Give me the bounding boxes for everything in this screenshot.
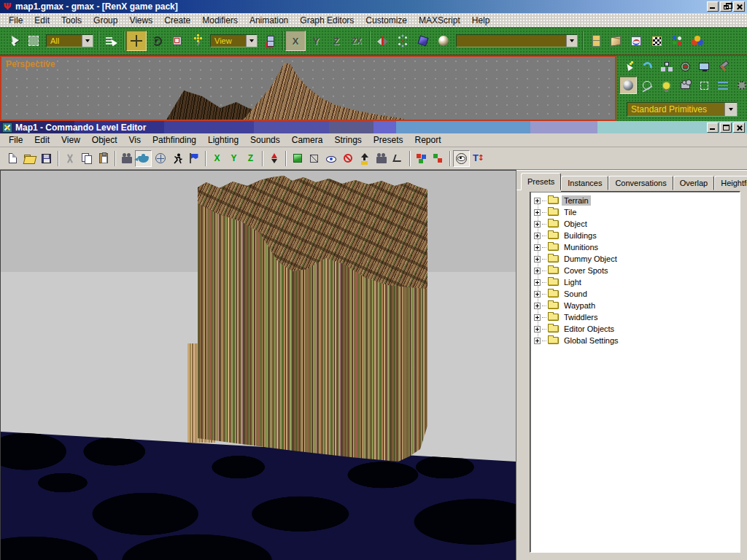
text-labels-button[interactable] xyxy=(470,150,487,167)
selection-filter-dropdown[interactable]: All xyxy=(46,34,93,47)
walk-mode-button[interactable] xyxy=(169,150,185,167)
tree-item-label[interactable]: Munitions xyxy=(562,242,600,252)
angle-snap-button[interactable] xyxy=(390,150,406,167)
gmax-menu-modifiers[interactable]: Modifiers xyxy=(196,14,244,27)
gmax-menu-graph-editors[interactable]: Graph Editors xyxy=(294,14,360,27)
tree-item-dummy-object[interactable]: Dummy Object xyxy=(533,253,738,265)
tree-item-label[interactable]: Buildings xyxy=(562,230,599,241)
editor-menu-vis[interactable]: Vis xyxy=(123,133,147,147)
tree-item-label[interactable]: Terrain xyxy=(562,195,591,206)
tree-item-object[interactable]: Object xyxy=(533,218,738,230)
tree-item-label[interactable]: Tile xyxy=(562,207,578,217)
preset-tree[interactable]: Terrain Tile Object xyxy=(530,191,740,553)
expand-plus-icon[interactable] xyxy=(534,303,541,309)
tree-item-label[interactable]: Waypath xyxy=(562,300,597,311)
tree-item-label[interactable]: Cover Spots xyxy=(562,265,611,276)
utilities-tab[interactable] xyxy=(714,58,732,75)
ungroup-objects-button[interactable] xyxy=(430,150,446,167)
dropdown-button[interactable] xyxy=(82,35,93,47)
use-pivot-center-button[interactable] xyxy=(260,31,280,51)
editor-minimize-button[interactable] xyxy=(707,122,719,133)
disable-button[interactable] xyxy=(339,150,356,167)
material-id-button[interactable] xyxy=(667,31,687,51)
gmax-menu-animation[interactable]: Animation xyxy=(244,14,294,27)
solid-view-button[interactable] xyxy=(289,150,306,167)
tree-item-waypath[interactable]: Waypath xyxy=(533,300,738,311)
editor-3d-viewport[interactable] xyxy=(0,170,516,560)
editor-menu-camera[interactable]: Camera xyxy=(286,133,329,147)
restrict-z-button[interactable]: Z xyxy=(326,31,347,51)
color-wheel-button[interactable] xyxy=(687,31,708,51)
mirror-button[interactable] xyxy=(372,31,392,51)
dropdown-button[interactable] xyxy=(724,103,737,116)
tree-item-label[interactable]: Light xyxy=(562,277,584,287)
dropdown-button[interactable] xyxy=(566,35,577,47)
tree-item-label[interactable]: Editor Objects xyxy=(562,324,616,334)
flag-button[interactable] xyxy=(185,150,202,167)
tree-item-twiddlers[interactable]: Twiddlers xyxy=(533,311,738,323)
raise-terrain-button[interactable] xyxy=(356,150,373,167)
tree-item-munitions[interactable]: Munitions xyxy=(533,241,738,253)
editor-menu-report[interactable]: Report xyxy=(409,133,447,147)
select-by-name-button[interactable] xyxy=(101,31,121,51)
editor-close-button[interactable] xyxy=(733,122,745,133)
expand-plus-icon[interactable] xyxy=(534,233,541,239)
drop-to-ground-button[interactable] xyxy=(266,150,282,167)
systems-button[interactable] xyxy=(733,77,747,94)
tree-item-global-settings[interactable]: Global Settings xyxy=(533,335,738,346)
editor-menu-lighting[interactable]: Lighting xyxy=(202,133,244,147)
editor-menu-edit[interactable]: Edit xyxy=(28,133,55,147)
lights-button[interactable] xyxy=(657,77,675,94)
gmax-minimize-button[interactable] xyxy=(707,1,719,12)
dropdown-button[interactable] xyxy=(246,35,257,47)
gmax-perspective-viewport[interactable]: Perspective xyxy=(0,55,616,121)
named-selection-sets-button[interactable] xyxy=(585,31,605,51)
axis-y-button[interactable]: Y xyxy=(225,150,242,167)
cameras-button[interactable] xyxy=(676,77,694,94)
tree-item-label[interactable]: Dummy Object xyxy=(562,254,619,264)
group-objects-button[interactable] xyxy=(413,150,430,167)
axis-gizmo-button[interactable] xyxy=(152,150,169,167)
editor-menu-file[interactable]: File xyxy=(3,133,28,147)
gmax-menu-views[interactable]: Views xyxy=(123,14,158,27)
create-tab[interactable] xyxy=(619,58,637,75)
tree-item-label[interactable]: Sound xyxy=(562,289,589,299)
render-view-button[interactable] xyxy=(135,150,152,167)
wireframe-view-button[interactable] xyxy=(306,150,322,167)
expand-plus-icon[interactable] xyxy=(534,314,541,321)
tab-instances[interactable]: Instances xyxy=(561,176,608,190)
gmax-restore-button[interactable] xyxy=(720,1,732,12)
editor-menu-presets[interactable]: Presets xyxy=(368,133,409,147)
editor-maximize-button[interactable] xyxy=(720,122,732,133)
restrict-plane-button[interactable]: ZX xyxy=(347,31,367,51)
restrict-x-button[interactable]: X xyxy=(285,31,306,51)
tree-item-cover-spots[interactable]: Cover Spots xyxy=(533,265,738,276)
select-and-manipulate-button[interactable] xyxy=(187,31,208,51)
editor-menu-strings[interactable]: Strings xyxy=(328,133,367,147)
show-all-button[interactable] xyxy=(453,150,470,167)
cut-button[interactable] xyxy=(61,150,78,167)
motion-tab[interactable] xyxy=(676,58,694,75)
tab-conversations[interactable]: Conversations xyxy=(608,176,673,190)
object-type-dropdown[interactable]: Standard Primitives xyxy=(627,102,738,117)
toggle-visibility-button[interactable] xyxy=(322,150,339,167)
uvw-map-button[interactable] xyxy=(605,31,626,51)
editor-menu-sounds[interactable]: Sounds xyxy=(244,133,286,147)
expand-plus-icon[interactable] xyxy=(534,209,541,216)
editor-menu-object[interactable]: Object xyxy=(86,133,123,147)
tree-item-terrain[interactable]: Terrain xyxy=(533,195,738,206)
gmax-menu-tools[interactable]: Tools xyxy=(55,14,88,27)
expand-plus-icon[interactable] xyxy=(534,338,541,344)
tab-presets[interactable]: Presets xyxy=(521,173,561,190)
gmax-menu-edit[interactable]: Edit xyxy=(28,14,55,27)
open-button[interactable] xyxy=(21,150,38,167)
tree-item-label[interactable]: Global Settings xyxy=(562,335,621,346)
tree-item-label[interactable]: Object xyxy=(562,219,589,229)
editor-menu-pathfinding[interactable]: Pathfinding xyxy=(147,133,202,147)
render-button[interactable] xyxy=(646,31,667,51)
selection-region-button[interactable] xyxy=(23,31,44,51)
gmax-close-button[interactable] xyxy=(733,1,745,12)
shapes-button[interactable] xyxy=(638,77,656,94)
gmax-menu-group[interactable]: Group xyxy=(88,14,123,27)
restrict-y-button[interactable]: Y xyxy=(306,31,326,51)
